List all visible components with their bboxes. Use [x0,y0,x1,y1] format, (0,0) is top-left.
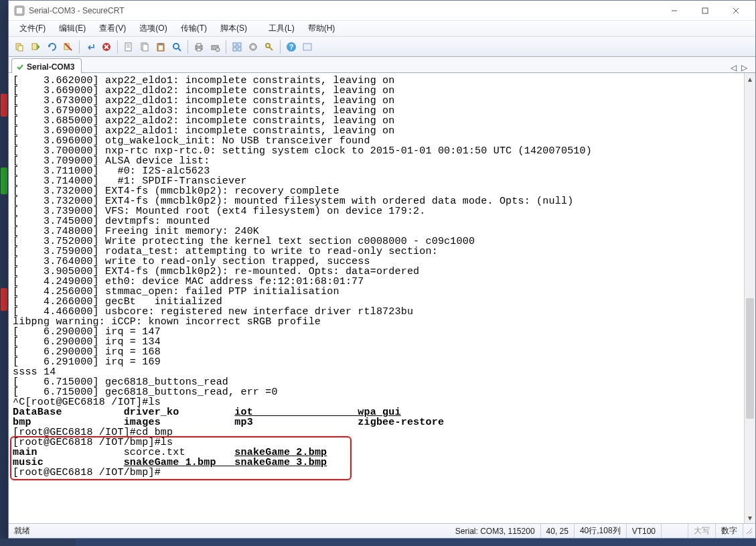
svg-rect-7 [18,46,23,51]
terminal-area: [ 3.662000] axp22_eldo1: incomplete cons… [9,73,755,523]
svg-rect-20 [159,43,163,45]
scrollbar-up-icon[interactable]: ▴ [745,73,755,84]
svg-rect-3 [702,8,708,13]
svg-point-28 [216,48,220,52]
tb-gear-icon[interactable] [246,40,260,54]
titlebar: Serial-COM3 - SecureCRT [9,1,755,21]
maximize-button[interactable] [690,1,721,21]
scrollbar-track[interactable] [745,84,755,512]
tb-copy-icon[interactable] [137,40,152,54]
svg-rect-29 [233,43,236,46]
menu-transfer[interactable]: 传输(T) [174,21,214,36]
status-check-icon [16,63,24,71]
svg-line-23 [178,48,181,51]
app-window: Serial-COM3 - SecureCRT 文件(F) 编辑(E) 查看(V… [8,0,756,539]
tabstrip: Serial-COM3 ◁ ▷ [9,57,755,73]
tb-properties-icon[interactable] [121,40,136,54]
status-ready: 就绪 [9,524,35,538]
svg-rect-39 [303,44,311,50]
tb-quick-icon[interactable] [29,40,44,54]
menu-edit[interactable]: 编辑(E) [52,21,92,36]
status-num: 数字 [716,524,743,538]
tb-print-setup-icon[interactable] [208,40,222,54]
svg-rect-8 [32,44,37,50]
terminal[interactable]: [ 3.662000] axp22_eldo1: incomplete cons… [9,73,744,523]
menu-script[interactable]: 脚本(S) [214,21,254,36]
status-conn: Serial: COM3, 115200 [450,524,541,538]
scrollbar-vertical[interactable]: ▴ ▾ [744,73,755,523]
svg-rect-18 [143,44,148,51]
tb-cancel-icon[interactable] [99,40,114,54]
tb-disconnect-icon[interactable] [61,40,76,54]
tb-about-icon[interactable] [300,40,315,54]
minimize-button[interactable] [659,1,690,21]
session-tab-label: Serial-COM3 [27,62,74,72]
menubar: 文件(F) 编辑(E) 查看(V) 选项(O) 传输(T) 脚本(S) 工具(L… [9,21,755,37]
svg-rect-32 [238,48,241,51]
svg-rect-26 [197,48,201,51]
svg-line-36 [269,47,273,50]
statusbar: 就绪 Serial: COM3, 115200 40, 25 40行,108列 … [9,523,755,538]
tb-enter-icon[interactable] [83,40,98,54]
svg-line-41 [749,531,752,534]
svg-line-40 [747,529,752,534]
window-title: Serial-COM3 - SecureCRT [29,6,659,15]
svg-rect-21 [159,46,163,50]
tb-help-icon[interactable]: ? [284,40,299,54]
svg-point-22 [173,44,179,49]
svg-rect-25 [197,44,201,46]
session-tab[interactable]: Serial-COM3 [11,58,82,73]
tab-next-button[interactable]: ▷ [739,63,749,72]
svg-text:?: ? [289,43,294,51]
status-cursor-pos: 40, 25 [541,524,575,538]
menu-options[interactable]: 选项(O) [133,21,173,36]
tb-find-icon[interactable] [169,40,184,54]
tb-connect-icon[interactable] [13,40,27,54]
status-term: VT100 [627,524,662,538]
svg-rect-30 [238,43,241,46]
app-icon [14,5,25,16]
toolbar: ? [9,37,755,57]
svg-rect-1 [16,7,23,14]
menu-help[interactable]: 帮助(H) [301,21,342,36]
tb-paste-icon[interactable] [153,40,168,54]
background-left-strip [0,0,8,546]
menu-view[interactable]: 查看(V) [92,21,133,36]
tb-tile-icon[interactable] [230,40,244,54]
tb-reconnect-icon[interactable] [45,40,60,54]
menu-file[interactable]: 文件(F) [13,21,52,36]
taskbar-hint [0,539,756,546]
tab-nav-arrows: ◁ ▷ [729,63,753,72]
resize-grip-icon[interactable] [743,527,755,535]
tb-print-icon[interactable] [192,40,206,54]
status-size: 40行,108列 [575,524,627,538]
tab-prev-button[interactable]: ◁ [729,63,738,72]
tb-key-icon[interactable] [262,40,277,54]
menu-tools[interactable]: 工具(L) [262,21,301,36]
scrollbar-down-icon[interactable]: ▾ [745,512,755,523]
svg-point-34 [252,46,254,48]
status-caps: 大写 [688,524,716,538]
svg-rect-31 [233,48,236,51]
close-button[interactable] [721,1,751,21]
scrollbar-thumb[interactable] [746,298,754,419]
